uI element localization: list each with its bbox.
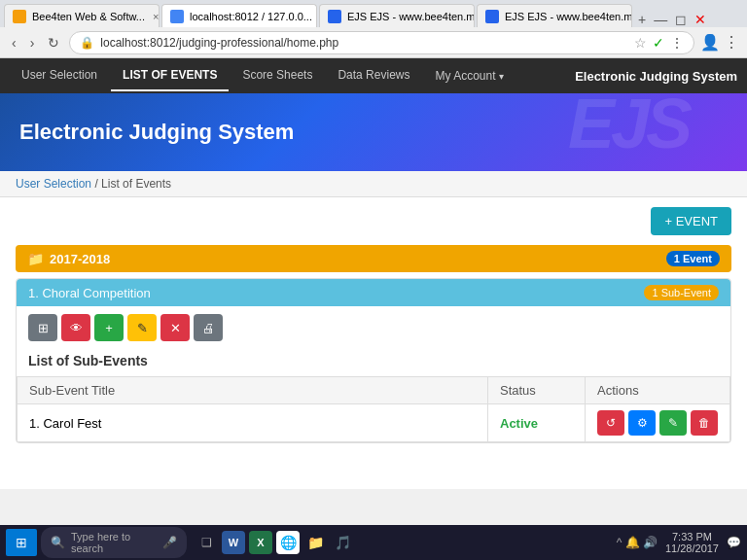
col-status: Status (488, 377, 586, 404)
system-clock: 7:33 PM 11/28/2017 (665, 531, 719, 554)
folder-icon: 📁 (27, 251, 44, 266)
nav-list-of-events[interactable]: LIST OF EVENTS (111, 60, 229, 91)
tray-icons: ^ 🔔 🔊 (617, 536, 658, 549)
year-label: 📁 2017-2018 (27, 251, 110, 266)
breadcrumb-current: List of Events (101, 177, 171, 191)
excel-icon[interactable]: X (249, 531, 272, 554)
search-icon: 🔍 (51, 536, 65, 549)
grid-view-button[interactable]: ⊞ (28, 314, 57, 341)
profile-icon[interactable]: 👤 (700, 33, 720, 52)
media-icon[interactable]: 🎵 (331, 531, 354, 554)
table-row: 1. Carol Fest Active ↺ ⚙ ✎ 🗑 (18, 404, 730, 442)
breadcrumb: User Selection / List of Events (0, 171, 747, 197)
nav-menu: User Selection LIST OF EVENTS Score Shee… (10, 60, 575, 91)
tab-icon-ejs1 (328, 10, 341, 23)
tab-label-ejs1: EJS EJS - www.bee4ten.ml (347, 11, 475, 22)
clock-time: 7:33 PM (665, 531, 719, 542)
delete-row-button[interactable]: 🗑 (691, 410, 718, 436)
browser-minimize[interactable]: — (654, 12, 667, 27)
tab-localhost[interactable]: localhost:8012 / 127.0.0... × (161, 4, 317, 27)
start-button[interactable]: ⊞ (6, 529, 37, 556)
taskbar-search-box[interactable]: 🔍 Type here to search 🎤 (41, 527, 187, 558)
event-action-buttons: ⊞ 👁 + ✎ ✕ 🖨 (17, 306, 730, 349)
main-content: + EVENT 📁 2017-2018 1 Event 1. Choral Co… (0, 197, 747, 489)
tab-ejs1[interactable]: EJS EJS - www.bee4ten.ml × (319, 4, 475, 27)
browser-maximize[interactable]: ◻ (675, 12, 687, 27)
add-event-button[interactable]: + EVENT (651, 207, 731, 235)
hero-banner: Electronic Judging System EJS (0, 93, 747, 171)
hero-title: Electronic Judging System (19, 120, 294, 145)
edit-event-button[interactable]: ✎ (127, 314, 157, 341)
my-account-label: My Account (435, 69, 495, 83)
sub-event-title: 1. Carol Fest (18, 404, 488, 442)
sub-events-label: List of Sub-Events (17, 349, 730, 376)
tab-label-localhost: localhost:8012 / 127.0.0... (190, 11, 312, 22)
forward-button[interactable]: › (26, 33, 39, 52)
reload-button[interactable]: ↻ (44, 33, 63, 52)
event-section: 1. Choral Competition 1 Sub-Event ⊞ 👁 + … (16, 278, 731, 443)
folder-icon[interactable]: 📁 (303, 531, 327, 554)
tab-ejs2[interactable]: EJS EJS - www.bee4ten.ml × (477, 4, 632, 27)
hero-watermark: EJS (568, 93, 689, 163)
nav-my-account[interactable]: My Account ▾ (423, 60, 515, 91)
nav-data-reviews[interactable]: Data Reviews (326, 60, 421, 91)
status-badge: Active (500, 416, 538, 431)
col-actions: Actions (586, 377, 730, 404)
delete-event-button[interactable]: ✕ (160, 314, 190, 341)
tab-label-bee: Bee4ten Web & Softw... (32, 11, 145, 22)
chrome-icon[interactable]: 🌐 (276, 531, 300, 554)
taskbar-system-tray: ^ 🔔 🔊 7:33 PM 11/28/2017 💬 (617, 531, 741, 554)
year-section: 📁 2017-2018 1 Event 1. Choral Competitio… (16, 245, 731, 443)
table-action-buttons: ↺ ⚙ ✎ 🗑 (597, 410, 718, 436)
browser-tabs: Bee4ten Web & Softw... × localhost:8012 … (0, 0, 747, 27)
edit-row-button[interactable]: ✎ (659, 410, 687, 436)
notification-icon[interactable]: 💬 (727, 536, 741, 549)
address-text: localhost:8012/judging-professional/home… (100, 36, 338, 50)
tab-bee4ten[interactable]: Bee4ten Web & Softw... × (4, 4, 160, 27)
tab-icon-localhost (170, 10, 184, 23)
breadcrumb-user-selection[interactable]: User Selection (16, 177, 91, 191)
nav-score-sheets[interactable]: Score Sheets (231, 60, 324, 91)
print-button[interactable]: 🖨 (194, 314, 223, 341)
word-icon[interactable]: W (222, 531, 245, 554)
tab-close-bee[interactable]: × (153, 11, 159, 22)
col-title: Sub-Event Title (18, 377, 488, 404)
sub-event-badge: 1 Sub-Event (644, 285, 719, 300)
secure-icon: 🔒 (80, 36, 94, 50)
nav-user-selection[interactable]: User Selection (10, 60, 109, 91)
sub-events-table: Sub-Event Title Status Actions 1. Carol … (17, 376, 730, 442)
tab-label-ejs2: EJS EJS - www.bee4ten.ml (505, 11, 632, 22)
event-title: 1. Choral Competition (28, 286, 151, 300)
eye-button[interactable]: 👁 (61, 314, 90, 341)
settings-icon[interactable]: ⋮ (724, 33, 739, 52)
bookmark-icon[interactable]: ☆ (634, 35, 647, 51)
top-action-bar: + EVENT (16, 207, 731, 245)
row-actions: ↺ ⚙ ✎ 🗑 (586, 404, 730, 442)
taskbar-app-icons: ❑ W X 🌐 📁 🎵 (195, 531, 354, 554)
nav-brand: Electronic Judging System (575, 69, 737, 84)
search-placeholder: Type here to search (71, 531, 157, 554)
windows-icon: ⊞ (16, 535, 27, 550)
check-icon: ✓ (653, 35, 664, 51)
add-sub-event-button[interactable]: + (94, 314, 124, 341)
tab-icon-bee (13, 10, 26, 23)
toggle-status-button[interactable]: ↺ (597, 410, 624, 436)
year-event-badge: 1 Event (666, 251, 720, 266)
clock-date: 11/28/2017 (665, 542, 719, 554)
browser-close[interactable]: ✕ (694, 12, 706, 27)
new-tab-btn[interactable]: + (638, 12, 646, 27)
mic-icon: 🎤 (162, 536, 177, 549)
dropdown-arrow-icon: ▾ (499, 71, 504, 82)
year-header: 📁 2017-2018 1 Event (16, 245, 731, 272)
taskbar: ⊞ 🔍 Type here to search 🎤 ❑ W X 🌐 📁 🎵 ^ … (0, 525, 747, 560)
browser-action-buttons: 👤 ⋮ (700, 33, 739, 52)
back-button[interactable]: ‹ (8, 33, 20, 52)
address-bar-container[interactable]: 🔒 localhost:8012/judging-professional/ho… (69, 31, 694, 54)
extension-icon[interactable]: ⋮ (670, 35, 684, 51)
settings-row-button[interactable]: ⚙ (628, 410, 656, 436)
browser-address-bar: ‹ › ↻ 🔒 localhost:8012/judging-professio… (0, 27, 747, 58)
app-navbar: User Selection LIST OF EVENTS Score Shee… (0, 58, 747, 93)
task-view-icon[interactable]: ❑ (195, 531, 218, 554)
tab-icon-ejs2 (485, 10, 499, 23)
event-header: 1. Choral Competition 1 Sub-Event (17, 279, 730, 306)
